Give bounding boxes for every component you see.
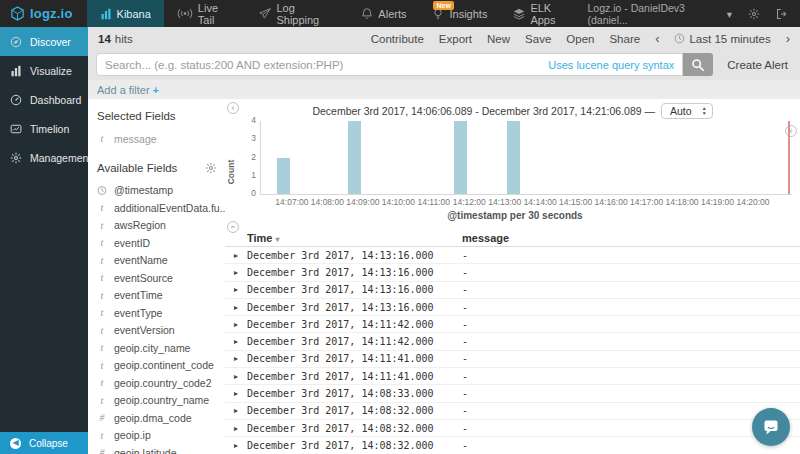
field-item-geoip-city-name[interactable]: tgeoip.city_name (97, 339, 219, 357)
time-range-picker[interactable]: Last 15 minutes (674, 33, 770, 45)
time-column-header[interactable]: Time▾ (247, 232, 462, 244)
field-item-eventversion[interactable]: teventVersion (97, 322, 219, 340)
nav-tab-elk-apps[interactable]: ELK Apps (500, 0, 587, 27)
field-item-geoip-latitude[interactable]: #geoip.latitude (97, 444, 219, 454)
table-row[interactable]: ▸December 3rd 2017, 14:08:32.000- (225, 437, 800, 454)
field-item-eventtime[interactable]: teventTime (97, 287, 219, 305)
row-time: December 3rd 2017, 14:13:16.000 (247, 267, 462, 278)
create-alert-button[interactable]: Create Alert (713, 59, 792, 71)
expand-row-icon[interactable]: ▸ (225, 285, 247, 294)
expand-row-icon[interactable]: ▸ (225, 268, 247, 277)
open-button[interactable]: Open (566, 33, 594, 45)
logzio-logo[interactable]: logz.io (0, 0, 87, 27)
nav-tab-log-shipping[interactable]: Log Shipping (246, 0, 348, 27)
expand-row-icon[interactable]: ▸ (225, 337, 247, 346)
collapse-histogram-icon[interactable]: ‹ (227, 221, 239, 233)
time-forward-button[interactable]: › (786, 32, 790, 45)
field-item-additionaleventdata-fu[interactable]: tadditionalEventData.fu... (97, 199, 219, 217)
field-name: eventType (114, 307, 162, 319)
sidebar-item-visualize[interactable]: Visualize (0, 56, 88, 85)
account-menu[interactable]: Logz.io - DanielDev3 (daniel... ▾ (587, 2, 732, 26)
field-item-timestamp[interactable]: @timestamp (97, 182, 219, 200)
field-item-eventsource[interactable]: teventSource (97, 269, 219, 287)
field-item-eventname[interactable]: teventName (97, 252, 219, 270)
histogram-bar[interactable] (507, 121, 520, 194)
nav-tab-kibana[interactable]: Kibana (87, 0, 164, 27)
contribute-button[interactable]: Contribute (371, 33, 424, 45)
sidebar-collapse-button[interactable]: ◀ Collapse (0, 432, 88, 454)
table-row[interactable]: ▸December 3rd 2017, 14:13:16.000- (225, 282, 800, 299)
app-sidebar: DiscoverVisualizeDashboardTimelionManage… (0, 27, 88, 454)
time-back-button[interactable]: ‹ (655, 32, 659, 45)
field-item-geoip-country-code2[interactable]: tgeoip.country_code2 (97, 374, 219, 392)
sidebar-item-management[interactable]: Management (0, 143, 88, 172)
nav-tab-live-tail[interactable]: Live Tail (164, 0, 247, 27)
field-item-eventid[interactable]: teventID (97, 234, 219, 252)
field-name: awsRegion (114, 219, 166, 231)
search-button[interactable] (683, 53, 713, 76)
histogram-plot-area[interactable]: 01234 (260, 121, 792, 195)
histogram-bar[interactable] (277, 158, 290, 195)
nav-tab-alerts[interactable]: Alerts (348, 0, 419, 27)
topnav-right: Logz.io - DanielDev3 (daniel... ▾ (587, 0, 800, 27)
expand-row-icon[interactable]: ▸ (225, 320, 247, 329)
field-item-geoip-ip[interactable]: tgeoip.ip (97, 427, 219, 445)
expand-row-icon[interactable]: ▸ (225, 354, 247, 363)
interval-select[interactable]: Auto ▲▼ (661, 103, 713, 119)
nav-tab-insights[interactable]: NewInsights (419, 0, 500, 27)
search-input[interactable] (105, 59, 540, 71)
gear-icon[interactable] (748, 8, 760, 20)
field-item-eventtype[interactable]: teventType (97, 304, 219, 322)
expand-row-icon[interactable]: ▸ (225, 441, 247, 450)
table-row[interactable]: ▸December 3rd 2017, 14:13:16.000- (225, 264, 800, 281)
field-type-icon: t (97, 290, 107, 301)
histogram-chart: Count 01234 14:07:0014:08:0014:09:0014:1… (225, 121, 800, 223)
field-item-awsregion[interactable]: tawsRegion (97, 217, 219, 235)
field-type-icon: t (97, 430, 107, 441)
save-button[interactable]: Save (525, 33, 551, 45)
row-message: - (462, 336, 800, 347)
add-filter-plus-icon[interactable]: + (153, 84, 159, 96)
collapse-fields-icon[interactable]: ‹ (227, 102, 239, 114)
table-row[interactable]: ▸December 3rd 2017, 14:08:32.000- (225, 403, 800, 420)
sidebar-item-dashboard[interactable]: Dashboard (0, 85, 88, 114)
field-item-message[interactable]: tmessage (97, 130, 219, 148)
table-row[interactable]: ▸December 3rd 2017, 14:08:33.000- (225, 385, 800, 402)
sidebar-item-label: Discover (30, 36, 71, 48)
expand-row-icon[interactable]: ▸ (225, 389, 247, 398)
logzio-cube-icon (10, 6, 25, 21)
chat-support-button[interactable] (752, 408, 790, 446)
y-tick-label: 0 (240, 188, 256, 198)
sidebar-item-timelion[interactable]: Timelion (0, 114, 88, 143)
share-button[interactable]: Share (609, 33, 640, 45)
lucene-syntax-link[interactable]: Uses lucene query syntax (548, 59, 674, 71)
field-settings-gear-icon[interactable] (205, 162, 219, 174)
export-button[interactable]: Export (439, 33, 472, 45)
kibana-discover-app: logz.io KibanaLive TailLog ShippingAlert… (0, 0, 800, 454)
histogram-bar[interactable] (454, 121, 467, 194)
field-item-geoip-continent-code[interactable]: tgeoip.continent_code (97, 357, 219, 375)
expand-row-icon[interactable]: ▸ (225, 406, 247, 415)
table-row[interactable]: ▸December 3rd 2017, 14:11:41.000- (225, 351, 800, 368)
message-column-header[interactable]: message (462, 232, 800, 244)
table-row[interactable]: ▸December 3rd 2017, 14:11:42.000- (225, 316, 800, 333)
table-row[interactable]: ▸December 3rd 2017, 14:11:41.000- (225, 368, 800, 385)
expand-row-icon[interactable]: ▸ (225, 424, 247, 433)
expand-row-icon[interactable]: ▸ (225, 372, 247, 381)
table-row[interactable]: ▸December 3rd 2017, 14:11:42.000- (225, 333, 800, 350)
layers-icon (513, 8, 525, 20)
sidebar-item-discover[interactable]: Discover (0, 27, 88, 56)
field-type-icon: t (97, 202, 107, 213)
field-item-geoip-dma-code[interactable]: #geoip.dma_code (97, 409, 219, 427)
toolbar-actions: ContributeExportNewSaveOpenShare ‹ Last … (371, 32, 790, 45)
expand-row-icon[interactable]: ▸ (225, 303, 247, 312)
new-button[interactable]: New (487, 33, 510, 45)
table-row[interactable]: ▸December 3rd 2017, 14:13:16.000- (225, 299, 800, 316)
add-filter-link[interactable]: Add a filter (97, 84, 150, 96)
histogram-bar[interactable] (348, 121, 361, 194)
table-row[interactable]: ▸December 3rd 2017, 14:13:16.000- (225, 247, 800, 264)
sign-out-icon[interactable] (776, 8, 788, 20)
table-row[interactable]: ▸December 3rd 2017, 14:08:32.000- (225, 420, 800, 437)
field-item-geoip-country-name[interactable]: tgeoip.country_name (97, 392, 219, 410)
expand-row-icon[interactable]: ▸ (225, 251, 247, 260)
